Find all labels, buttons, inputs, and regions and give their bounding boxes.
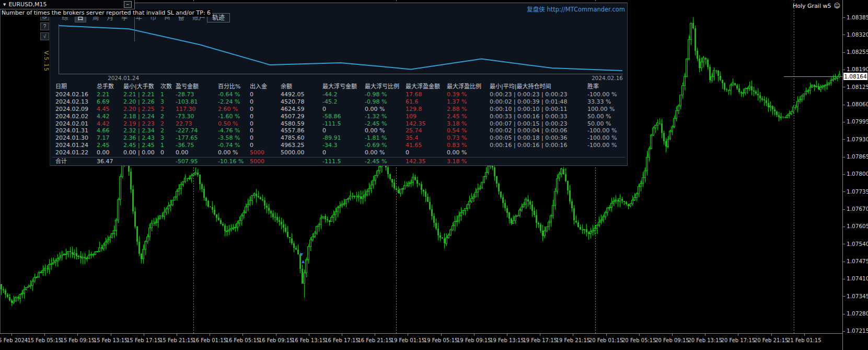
table-row[interactable]: 2024.01.314.662.32 | 2.342-227.74-4.76 %… (50, 127, 627, 134)
table-cell: 2.60 % (218, 106, 250, 113)
axis-tick (639, 334, 640, 336)
table-row[interactable]: 2024.02.024.422.18 | 2.242-73.30-1.60 %0… (50, 113, 627, 120)
table-cell: 5000.00 (281, 149, 322, 156)
price-axis-label: 1.07995 (847, 118, 868, 125)
table-cell: -1.60 % (218, 113, 250, 120)
table-cell: -100.00 % (587, 91, 627, 98)
table-cell: 4.42 (97, 120, 123, 128)
table-cell: 2 (160, 127, 176, 134)
table-cell: 0:00:07 | 0:00:15 | 0:00:23 (490, 120, 587, 128)
table-cell: 0.00 % (218, 149, 250, 156)
axis-tick (276, 334, 276, 336)
table-cell: 1.37 % (447, 98, 490, 106)
table-cell: 5000 (250, 158, 281, 165)
table-cell: 合计 (55, 158, 97, 165)
table-cell: -45.2 (322, 98, 365, 106)
axis-tick (843, 296, 845, 297)
table-total-row[interactable]: 合计36.47-507.95-10.16 %5000-111.5-2.45 %1… (50, 158, 627, 165)
table-cell: 0:00:05 | 0:00:18 | 0:00:36 (490, 134, 587, 142)
axis-tick (540, 334, 540, 336)
ea-name-text: Holy Grail w5 (793, 3, 831, 9)
time-axis-label: 16 Feb 05:15 (226, 337, 260, 343)
time-axis-label: 16 Feb 21:15 (357, 337, 392, 343)
table-row[interactable]: 2024.01.242.452.45 | 2.451-36.75-0.74 %0… (50, 142, 627, 149)
table-cell: 2.20 | 2.26 (123, 98, 160, 106)
table-cell: 4.66 (97, 127, 123, 134)
table-cell: 2.36 | 2.43 (123, 134, 160, 142)
table-cell: -73.30 (176, 113, 218, 120)
table-cell: 33.33 % (587, 98, 627, 106)
price-axis-label: 1.07605 (847, 223, 868, 229)
table-row[interactable]: 2024.02.094.452.20 | 2.252117.302.60 %04… (50, 106, 627, 113)
time-axis-label: 20 Feb 01:15 (589, 337, 623, 343)
price-axis[interactable]: 1.08164 1.083851.083201.082551.081901.08… (842, 0, 868, 350)
price-axis-label: 1.07865 (847, 153, 868, 160)
version-label: V.5.15 (42, 51, 50, 72)
table-cell: 0.39 % (447, 91, 490, 98)
time-axis-label: 21 Feb 01:15 (787, 337, 821, 343)
table-cell: -0.74 % (218, 142, 250, 149)
table-cell: 百分比% (218, 83, 250, 91)
help-button[interactable]: ? (40, 22, 49, 30)
table-header-row: 日期总手数最小|大手数次数盈亏金额百分比%出入金余额最大浮亏金额最大浮亏比例最大… (50, 83, 627, 91)
price-axis-label: 1.08060 (847, 101, 868, 107)
smiley-icon[interactable]: ☺ (834, 2, 840, 9)
table-cell: 109 (406, 113, 447, 120)
table-cell: 0 (250, 142, 281, 149)
table-row[interactable]: 2024.02.014.422.19 | 2.23222.730.50 %045… (50, 120, 627, 128)
table-cell: -2.45 % (365, 120, 406, 128)
table-cell (123, 158, 160, 165)
time-axis-label: 15 Feb 09:15 (61, 337, 95, 343)
table-cell: 0.00 % (447, 149, 490, 156)
table-cell: 41.65 (406, 142, 447, 149)
table-cell: 2 (160, 113, 176, 120)
table-row[interactable]: 2024.01.307.172.36 | 2.433-177.65-3.58 %… (50, 134, 627, 142)
table-cell: 4.45 (97, 106, 123, 113)
stats-table: 日期总手数最小|大手数次数盈亏金额百分比%出入金余额最大浮亏金额最大浮亏比例最大… (50, 83, 627, 165)
table-cell: 0.00 (97, 149, 123, 156)
table-cell: 2024.01.30 (55, 134, 97, 142)
axis-tick (309, 334, 309, 336)
time-axis-label: 15 Feb 21:15 (159, 337, 194, 343)
table-cell: 1 (160, 142, 176, 149)
time-axis-label: 15 Feb 13:15 (94, 337, 128, 343)
axis-tick (843, 262, 845, 262)
table-cell: 2 (160, 106, 176, 113)
table-cell: 36.47 (97, 158, 123, 165)
table-row[interactable]: 2024.02.162.212.21 | 2.211-28.73-0.64 %0… (50, 91, 627, 98)
equity-chart-frame (59, 24, 623, 74)
table-cell: -36.75 (176, 142, 218, 149)
table-cell: -0.69 % (365, 142, 406, 149)
table-row[interactable]: 2024.02.136.692.20 | 2.263-103.81-2.24 %… (50, 98, 627, 106)
table-cell: 0.00 | 0.00 (123, 149, 160, 156)
axis-tick (242, 334, 243, 336)
time-axis-label: 20 Feb 09:15 (655, 337, 689, 343)
mt4-chart-window: ▼ EURUSD,M15 − Number of times the broke… (0, 0, 868, 350)
table-cell: 3.18 % (447, 158, 490, 165)
table-cell: 2024.02.02 (55, 113, 97, 120)
axis-tick (843, 314, 845, 314)
table-cell: 0 (406, 149, 447, 156)
dropdown-arrow-icon[interactable]: ▼ (3, 3, 6, 7)
table-cell: 胜率 (587, 83, 627, 91)
table-cell: 0 (322, 106, 365, 113)
table-cell: -227.74 (176, 127, 218, 134)
table-cell: 最大浮亏比例 (365, 83, 406, 91)
chart-window-header[interactable]: ▼ EURUSD,M15 − (0, 0, 135, 9)
table-cell: 2.88 % (447, 106, 490, 113)
table-cell: 117.30 (176, 106, 218, 113)
minimize-button[interactable]: − (124, 1, 132, 8)
axis-tick (441, 334, 442, 336)
table-cell: 0 (250, 113, 281, 120)
table-cell: 100.00 % (587, 106, 627, 113)
table-cell: 2024.02.16 (55, 91, 97, 98)
table-cell: 2 (160, 120, 176, 128)
table-cell: 2024.01.22 (55, 149, 97, 156)
table-row[interactable]: 2024.01.220.000.00 | 0.0000.000.00 %5000… (50, 149, 627, 156)
time-axis[interactable]: 15 Feb 202415 Feb 05:1515 Feb 09:1515 Fe… (0, 333, 842, 350)
axis-tick (738, 334, 738, 336)
equity-end-date: 2024.02.16 (592, 75, 623, 81)
table-cell: -100.00 % (587, 134, 627, 142)
check-button[interactable]: √ (40, 32, 49, 40)
table-cell: 盈亏金额 (176, 83, 218, 91)
